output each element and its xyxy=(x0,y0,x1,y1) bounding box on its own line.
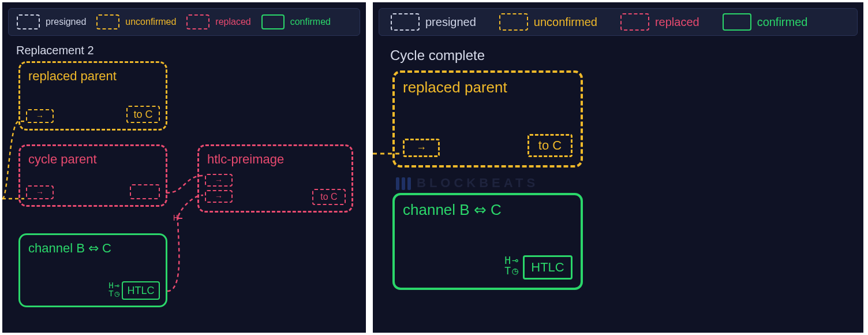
legend-label: replaced xyxy=(655,16,699,29)
output-to-c: to C xyxy=(126,106,160,123)
legend-confirmed: confirmed xyxy=(261,14,331,29)
swatch-confirmed xyxy=(261,14,285,29)
legend-replaced: replaced xyxy=(186,14,250,29)
legend-replaced: replaced xyxy=(620,13,699,31)
t-label: T xyxy=(504,266,511,276)
box-label: channel B ⇔ C xyxy=(403,201,573,219)
output-to-c: to C xyxy=(527,134,573,157)
ht-annotation: H⊸ T◷ xyxy=(108,281,119,297)
swatch-presigned xyxy=(391,13,420,31)
input-stub: → xyxy=(205,190,233,203)
legend-label: confirmed xyxy=(757,16,808,29)
legend-presigned: presigned xyxy=(17,14,86,29)
input-stub: → xyxy=(403,139,440,157)
key-icon: ⊸ xyxy=(115,281,119,289)
legend-label: unconfirmed xyxy=(534,16,597,29)
legend-label: replaced xyxy=(215,17,250,27)
panel-replacement-2: presigned unconfirmed replaced confirmed… xyxy=(2,2,366,333)
wire-h-label: H xyxy=(173,213,178,222)
swatch-replaced xyxy=(186,14,209,29)
t-label: T xyxy=(108,289,113,297)
input-stub: → xyxy=(205,174,233,187)
legend-confirmed: confirmed xyxy=(723,13,808,31)
input-stub: → xyxy=(26,185,54,199)
box-cycle-parent: cycle parent → xyxy=(18,144,167,207)
box-label: htlc-preimage xyxy=(207,152,343,167)
box-replaced-parent: replaced parent → to C xyxy=(18,61,167,131)
box-replaced-parent: replaced parent → to C xyxy=(392,70,583,168)
watermark-bars-icon xyxy=(396,177,411,190)
box-channel-b-c: channel B ⇔ C H⊸ T◷ HTLC xyxy=(18,233,167,307)
panel-cycle-complete: presigned unconfirmed replaced confirmed… xyxy=(373,2,863,333)
diagram-stage: presigned unconfirmed replaced confirmed… xyxy=(0,0,868,335)
clock-icon: ◷ xyxy=(512,266,518,276)
ht-annotation: H⊸ T◷ xyxy=(504,255,518,276)
box-channel-b-c: channel B ⇔ C H⊸ T◷ HTLC xyxy=(392,193,583,290)
panel-title: Cycle complete xyxy=(390,47,485,64)
swatch-presigned xyxy=(17,14,40,29)
box-htlc-preimage: htlc-preimage → → to C xyxy=(197,144,353,213)
output-htlc: HTLC xyxy=(523,255,573,280)
swatch-replaced xyxy=(620,13,649,31)
box-label: replaced parent xyxy=(28,69,158,84)
box-label: replaced parent xyxy=(403,79,573,96)
clock-icon: ◷ xyxy=(115,289,119,297)
swatch-unconfirmed xyxy=(96,14,119,29)
panel-title: Replacement 2 xyxy=(16,44,94,57)
output-stub xyxy=(130,184,160,199)
legend-label: unconfirmed xyxy=(125,17,176,27)
legend-unconfirmed: unconfirmed xyxy=(499,13,597,31)
legend-label: presigned xyxy=(425,16,476,29)
swatch-unconfirmed xyxy=(499,13,528,31)
legend: presigned unconfirmed replaced confirmed xyxy=(8,8,360,36)
legend-label: confirmed xyxy=(290,17,331,27)
output-to-c: to C xyxy=(312,189,346,205)
swatch-confirmed xyxy=(723,13,751,31)
h-label: H xyxy=(108,281,113,289)
legend-label: presigned xyxy=(46,17,86,27)
box-label: channel B ⇔ C xyxy=(28,241,158,256)
legend: presigned unconfirmed replaced confirmed xyxy=(379,8,858,36)
legend-presigned: presigned xyxy=(391,13,476,31)
input-stub: → xyxy=(26,109,54,123)
watermark: BLOCKBEATS xyxy=(396,176,538,191)
watermark-text: BLOCKBEATS xyxy=(417,176,538,190)
output-htlc: HTLC xyxy=(122,281,160,300)
box-label: cycle parent xyxy=(28,152,158,167)
legend-unconfirmed: unconfirmed xyxy=(96,14,176,29)
